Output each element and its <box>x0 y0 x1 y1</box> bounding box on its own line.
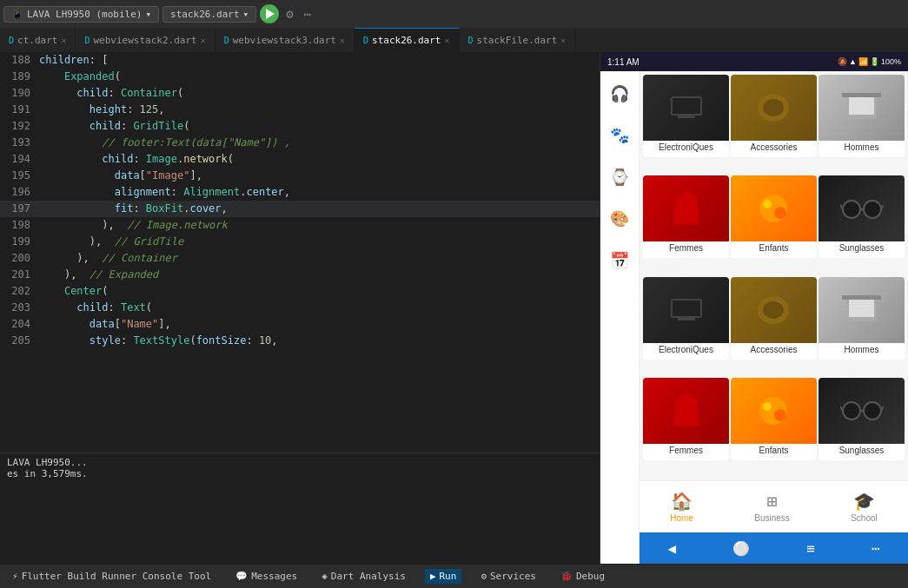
notification-icon: 🔕 <box>838 57 847 66</box>
nav-school[interactable]: 🎓 School <box>851 491 878 523</box>
grid-label: Sunglasses <box>839 243 885 253</box>
code-line: 194 child: Image.network( <box>0 151 600 168</box>
back-btn[interactable]: ◀ <box>668 540 677 557</box>
grid-item-femmes-1[interactable]: Femmes <box>643 175 729 258</box>
accessories-image-2 <box>731 277 817 343</box>
more-btn[interactable]: ⋯ <box>872 540 880 557</box>
svg-line-15 <box>840 205 843 209</box>
run-icon <box>266 9 275 19</box>
code-line: 190 child: Container( <box>0 85 600 102</box>
grid-item-enfants-2[interactable]: Enfants <box>731 378 817 460</box>
flutter-build-tool[interactable]: ⚡ Flutter Build Runner Console Tool <box>7 569 216 584</box>
run-tool[interactable]: ▶ Run <box>425 569 462 584</box>
debug-icon: 🐞 <box>560 571 573 582</box>
grid-label: Hommes <box>844 142 878 152</box>
search-btn[interactable]: ⚪ <box>732 540 750 557</box>
tab-close-icon[interactable]: ✕ <box>340 36 345 45</box>
svg-point-11 <box>774 207 786 219</box>
tab-close-icon[interactable]: ✕ <box>201 36 206 45</box>
code-line: 192 child: GridTile( <box>0 118 600 135</box>
sunglasses-image <box>819 175 905 241</box>
status-icons: 🔕 ▲ 📶 🔋 100% <box>838 57 901 66</box>
svg-rect-18 <box>673 301 700 316</box>
code-editor[interactable]: 188 children: [ 189 Expanded( 190 child:… <box>0 52 600 564</box>
tab-close-icon[interactable]: ✕ <box>445 36 450 45</box>
grid-label: Accessories <box>751 142 798 152</box>
phone-content: 🎧 🐾 ⌚ 🎨 📅 ElectroniQues <box>600 71 908 564</box>
sidebar-calendar-icon[interactable]: 📅 <box>606 247 633 273</box>
grid-item-femmes-2[interactable]: Femmes <box>643 378 729 460</box>
code-line: 203 child: Text( <box>0 300 600 316</box>
nav-business[interactable]: ⊞ Business <box>754 491 790 523</box>
battery-icon: 🔋 <box>870 57 879 66</box>
phone-mockup: 1:11 AM 🔕 ▲ 📶 🔋 100% 🎧 🐾 ⌚ 🎨 📅 <box>600 52 908 564</box>
code-line: 191 height: 125, <box>0 102 600 118</box>
svg-rect-1 <box>673 98 700 114</box>
home-icon: 🏠 <box>671 491 693 512</box>
run-button[interactable] <box>260 4 279 23</box>
grid-item-accessories-2[interactable]: Accessories <box>731 277 817 360</box>
svg-marker-25 <box>673 393 699 426</box>
tab-webviewstack3[interactable]: D webviewstack3.dart ✕ <box>215 28 355 52</box>
grid-item-hommes-2[interactable]: Hommes <box>819 277 905 360</box>
femmes-image-2 <box>643 378 729 444</box>
sidebar-palette-icon[interactable]: 🎨 <box>606 205 633 231</box>
device-selector[interactable]: 📱 LAVA LH9950 (mobile) ▾ <box>3 6 159 23</box>
dart-icon: ◈ <box>321 571 328 582</box>
enfants-image-2 <box>731 378 817 444</box>
tab-webviewstack2[interactable]: D webviewstack2.dart ✕ <box>76 28 215 52</box>
dart-icon: D <box>363 36 368 45</box>
nav-home[interactable]: 🏠 Home <box>670 491 693 523</box>
more-icon[interactable]: ⋯ <box>301 5 315 23</box>
code-line-highlight: 197 fit: BoxFit.cover, <box>0 201 600 217</box>
messages-icon: 💬 <box>235 571 248 582</box>
grid-item-electronics-1[interactable]: ElectroniQues <box>643 75 729 157</box>
svg-point-28 <box>774 409 786 421</box>
grid-label: ElectroniQues <box>659 142 713 152</box>
services-tool[interactable]: ⚙ Services <box>475 569 541 584</box>
svg-rect-7 <box>842 93 881 97</box>
phone-grid-area: ElectroniQues Accessories Hommes <box>640 71 908 564</box>
grid-item-enfants-1[interactable]: Enfants <box>731 175 817 258</box>
grid-item-electronics-2[interactable]: ElectroniQues <box>643 277 729 360</box>
sidebar-watch-icon[interactable]: ⌚ <box>606 163 633 189</box>
sidebar-headphone-icon[interactable]: 🎧 <box>606 80 633 106</box>
dart-icon: D <box>84 36 89 45</box>
grid-item-sunglasses-1[interactable]: Sunglasses <box>819 175 905 258</box>
dart-analysis-tool[interactable]: ◈ Dart Analysis <box>316 569 411 584</box>
chevron-down-icon: ▾ <box>145 9 151 20</box>
svg-rect-24 <box>842 295 881 300</box>
run-icon: ▶ <box>430 571 436 582</box>
menu-btn[interactable]: ≡ <box>806 540 815 557</box>
code-line: 195 data["Image"], <box>0 168 600 184</box>
stack-selector[interactable]: stack26.dart ▾ <box>162 6 256 23</box>
mobile-icon: 📱 <box>11 9 23 20</box>
grid-label: Enfants <box>759 446 789 455</box>
grid-item-sunglasses-2[interactable]: Sunglasses <box>819 378 905 460</box>
sidebar-paw-icon[interactable]: 🐾 <box>606 122 633 148</box>
messages-tool[interactable]: 💬 Messages <box>230 569 302 584</box>
tab-close-icon[interactable]: ✕ <box>560 36 566 45</box>
grid-label: Accessories <box>751 345 798 354</box>
settings-icon[interactable]: ⚙ <box>282 5 296 23</box>
main-area: 188 children: [ 189 Expanded( 190 child:… <box>0 52 908 564</box>
svg-point-21 <box>763 301 784 319</box>
grid-item-hommes-1[interactable]: Hommes <box>819 75 905 157</box>
tab-close-icon[interactable]: ✕ <box>61 36 66 45</box>
debug-tool[interactable]: 🐞 Debug <box>555 569 610 584</box>
tab-ct-dart[interactable]: D ct.dart ✕ <box>0 28 76 52</box>
svg-rect-2 <box>678 116 695 118</box>
grid-item-accessories-1[interactable]: Accessories <box>731 75 817 157</box>
tab-bar: D ct.dart ✕ D webviewstack2.dart ✕ D web… <box>0 28 908 52</box>
code-line: 199 ), // GridTile <box>0 234 600 250</box>
device-label: LAVA LH9950 (mobile) <box>27 9 142 20</box>
hommes-image-2 <box>819 277 905 343</box>
enfants-image <box>731 175 817 241</box>
code-line: 193 // footer:Text(data["Name"]) , <box>0 135 600 151</box>
dart-icon: D <box>224 36 229 45</box>
svg-line-16 <box>881 205 884 209</box>
stack-label: stack26.dart <box>170 9 239 20</box>
electronics-image <box>643 75 729 141</box>
tab-stackfile[interactable]: D stackFile.dart ✕ <box>460 28 576 52</box>
tab-stack26[interactable]: D stack26.dart ✕ <box>355 28 460 52</box>
